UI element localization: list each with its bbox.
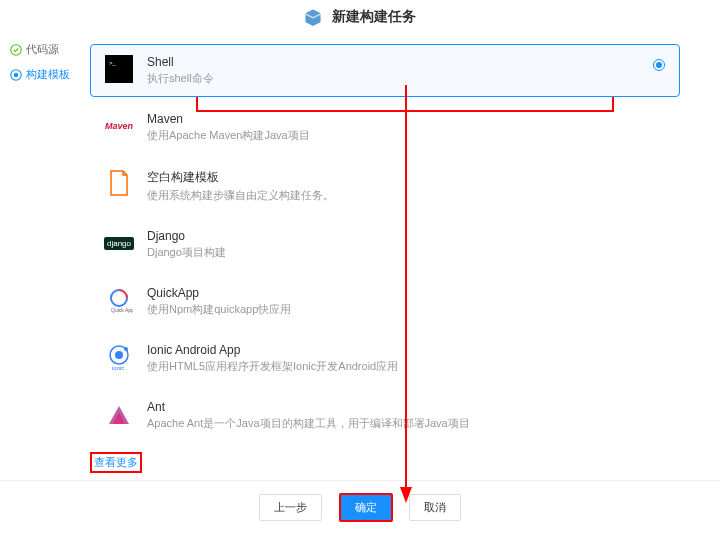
sidebar-label: 代码源 (26, 42, 59, 57)
template-option-maven[interactable]: Maven Maven 使用Apache Maven构建Java项目 (90, 101, 680, 154)
prev-button[interactable]: 上一步 (259, 494, 322, 521)
template-option-shell[interactable]: >_ Shell 执行shell命令 (90, 44, 680, 97)
svg-point-9 (124, 347, 128, 351)
template-desc: Apache Ant是一个Java项目的构建工具，用于编译和部署Java项目 (147, 416, 470, 431)
sidebar-item-template[interactable]: 构建模板 (10, 67, 80, 82)
template-option-blank[interactable]: 空白构建模板 使用系统构建步骤自由定义构建任务。 (90, 158, 680, 214)
django-icon: django (105, 229, 133, 257)
radio-icon (653, 59, 665, 71)
dialog-title: 新建构建任务 (332, 8, 416, 24)
template-title: Shell (147, 55, 214, 69)
template-title: Django (147, 229, 226, 243)
svg-text:ionic: ionic (112, 365, 124, 371)
template-title: 空白构建模板 (147, 169, 334, 186)
template-title: QuickApp (147, 286, 291, 300)
file-icon (105, 169, 133, 197)
sidebar-label: 构建模板 (26, 67, 70, 82)
template-desc: 使用Npm构建quickapp快应用 (147, 302, 291, 317)
sidebar: 代码源 构建模板 (10, 34, 80, 473)
dialog-header: 新建构建任务 (0, 0, 720, 34)
svg-point-2 (14, 73, 19, 78)
template-option-django[interactable]: django Django Django项目构建 (90, 218, 680, 271)
maven-icon: Maven (105, 112, 133, 140)
check-circle-icon (10, 44, 22, 56)
template-desc: 使用系统构建步骤自由定义构建任务。 (147, 188, 334, 203)
sidebar-item-source[interactable]: 代码源 (10, 42, 80, 57)
ionic-icon: ionic (105, 343, 133, 371)
template-title: Ionic Android App (147, 343, 398, 357)
template-option-quickapp[interactable]: Quick App QuickApp 使用Npm构建quickapp快应用 (90, 275, 680, 328)
ant-icon (105, 400, 133, 428)
template-option-ant[interactable]: Ant Apache Ant是一个Java项目的构建工具，用于编译和部署Java… (90, 389, 680, 442)
circle-icon (10, 69, 22, 81)
template-title: Ant (147, 400, 470, 414)
svg-text:>_: >_ (109, 60, 117, 66)
template-desc: 使用HTML5应用程序开发框架Ionic开发Android应用 (147, 359, 398, 374)
svg-text:Quick App: Quick App (111, 307, 133, 313)
quickapp-icon: Quick App (105, 286, 133, 314)
shell-icon: >_ (105, 55, 133, 83)
template-option-ionic[interactable]: ionic Ionic Android App 使用HTML5应用程序开发框架I… (90, 332, 680, 385)
box-icon (304, 8, 322, 26)
dialog-footer: 上一步 确定 取消 (0, 480, 720, 534)
ok-button[interactable]: 确定 (339, 493, 393, 522)
cancel-button[interactable]: 取消 (409, 494, 461, 521)
view-more-link[interactable]: 查看更多 (90, 452, 142, 473)
template-desc: 使用Apache Maven构建Java项目 (147, 128, 310, 143)
template-title: Maven (147, 112, 310, 126)
svg-point-8 (115, 351, 123, 359)
template-desc: Django项目构建 (147, 245, 226, 260)
template-list: >_ Shell 执行shell命令 Maven Maven 使用Apache … (80, 34, 710, 473)
template-desc: 执行shell命令 (147, 71, 214, 86)
